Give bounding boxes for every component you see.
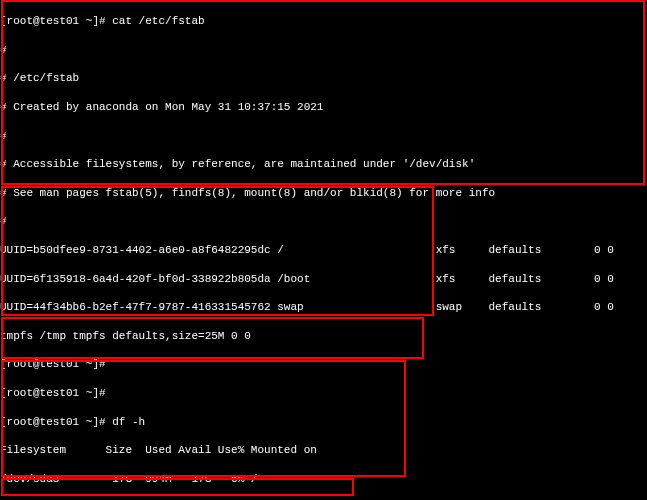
output-line: # [0, 43, 647, 57]
df-header: Filesystem Size Used Avail Use% Mounted … [0, 443, 647, 457]
prompt-line: [root@test01 ~]# [0, 357, 647, 371]
output-line: UUID=6f135918-6a4d-420f-bf0d-338922b805d… [0, 272, 647, 286]
output-line: # Created by anaconda on Mon May 31 10:3… [0, 100, 647, 114]
output-line: # /etc/fstab [0, 71, 647, 85]
output-line: UUID=b50dfee9-8731-4402-a6e0-a8f6482295d… [0, 243, 647, 257]
output-line: UUID=44f34bb6-b2ef-47f7-9787-41633154576… [0, 300, 647, 314]
output-line: # [0, 129, 647, 143]
prompt-line: [root@test01 ~]# df -h [0, 415, 647, 429]
prompt-line: [root@test01 ~]# [0, 386, 647, 400]
df-row: /dev/sda3 17G 994M 17G 6% / [0, 472, 647, 486]
prompt-line: [root@test01 ~]# cat /etc/fstab [0, 14, 647, 28]
output-line: # [0, 214, 647, 228]
terminal-output[interactable]: [root@test01 ~]# cat /etc/fstab # # /etc… [0, 0, 647, 500]
output-line: # Accessible filesystems, by reference, … [0, 157, 647, 171]
output-line: tmpfs /tmp tmpfs defaults,size=25M 0 0 [0, 329, 647, 343]
output-line: # See man pages fstab(5), findfs(8), mou… [0, 186, 647, 200]
